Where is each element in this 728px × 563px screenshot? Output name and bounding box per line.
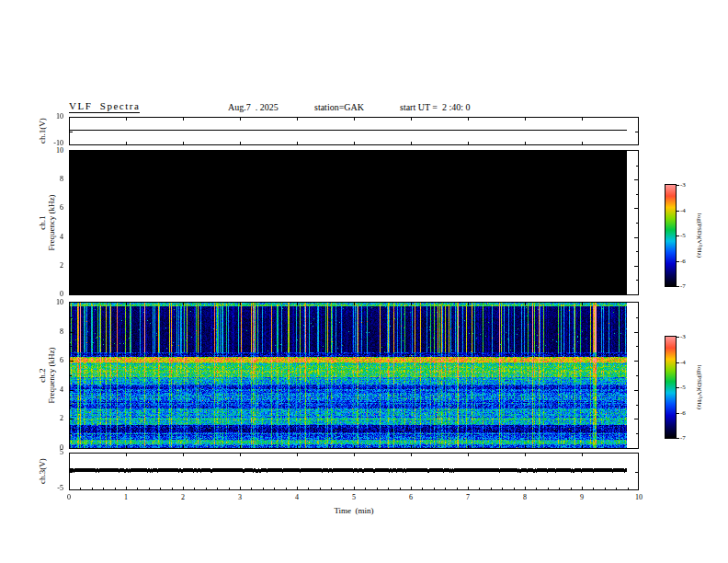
tick-label: 10 xyxy=(630,494,648,501)
tick-label: 6 xyxy=(45,357,63,364)
tick-mark xyxy=(377,488,378,489)
tick-label: -5 xyxy=(45,485,63,492)
tick-mark xyxy=(70,346,72,347)
tick-mark xyxy=(422,488,423,489)
tick-mark xyxy=(297,454,298,456)
tick-mark xyxy=(365,488,366,489)
tick-label: -4 xyxy=(680,208,686,214)
tick-mark xyxy=(457,488,458,489)
tick-mark xyxy=(677,362,679,363)
tick-mark xyxy=(70,194,72,195)
tick-mark xyxy=(571,488,572,489)
colorbar-2-gradient xyxy=(665,337,676,438)
tick-mark xyxy=(206,488,207,489)
ch1-spectrogram-canvas xyxy=(70,151,638,294)
tick-mark xyxy=(636,223,638,224)
tick-mark xyxy=(70,179,74,180)
tick-mark xyxy=(240,292,241,294)
tick-mark xyxy=(677,211,679,212)
tick-mark xyxy=(525,142,526,144)
tick-mark xyxy=(635,472,638,473)
tick-mark xyxy=(80,488,81,489)
tick-label: -10 xyxy=(45,140,63,147)
tick-mark xyxy=(628,488,629,489)
tick-label: 5 xyxy=(45,449,63,456)
tick-mark xyxy=(183,487,184,489)
tick-mark xyxy=(70,223,72,224)
tick-mark xyxy=(251,488,252,489)
tick-mark xyxy=(70,375,72,376)
x-axis-title: Time (min) xyxy=(69,507,639,515)
header-station: station=GAK xyxy=(314,102,364,112)
tick-mark xyxy=(286,488,287,489)
tick-mark xyxy=(274,488,275,489)
tick-mark xyxy=(240,142,241,144)
tick-mark xyxy=(70,280,72,281)
tick-mark xyxy=(354,303,355,305)
tick-mark xyxy=(525,454,526,456)
tick-mark xyxy=(634,237,638,238)
tick-label: 5 xyxy=(345,494,363,501)
ch2-spectrogram-canvas xyxy=(70,303,638,448)
tick-mark xyxy=(677,413,679,414)
tick-label: -6 xyxy=(680,410,686,417)
tick-mark xyxy=(677,438,679,439)
tick-mark xyxy=(297,487,298,489)
tick-mark xyxy=(297,445,298,448)
tick-mark xyxy=(411,292,412,294)
tick-mark xyxy=(468,487,469,489)
tick-mark xyxy=(525,303,526,305)
tick-mark xyxy=(70,390,74,391)
tick-mark xyxy=(677,185,679,186)
tick-mark xyxy=(468,142,469,144)
colorbar-2 xyxy=(665,336,677,439)
tick-mark xyxy=(183,142,184,144)
tick-label: 2 xyxy=(174,494,192,501)
tick-mark xyxy=(126,445,127,448)
tick-mark xyxy=(468,118,469,121)
tick-mark xyxy=(240,487,241,489)
tick-mark xyxy=(70,433,72,434)
tick-label: -3 xyxy=(680,182,686,189)
tick-mark xyxy=(634,179,638,180)
ch3-voltage-trace-canvas xyxy=(70,454,638,489)
tick-label: 0 xyxy=(45,291,63,298)
tick-mark xyxy=(320,488,321,489)
tick-mark xyxy=(468,303,469,305)
tick-label: -7 xyxy=(680,435,686,442)
tick-mark xyxy=(183,118,184,121)
tick-mark xyxy=(149,488,150,489)
tick-label: -5 xyxy=(680,385,686,391)
header-date: Aug.7 . 2025 xyxy=(228,102,279,112)
tick-mark xyxy=(137,488,138,489)
tick-mark xyxy=(536,488,537,489)
tick-mark xyxy=(634,390,638,391)
tick-label: -6 xyxy=(680,259,686,265)
tick-mark xyxy=(677,387,679,388)
tick-mark xyxy=(411,487,412,489)
tick-mark xyxy=(582,151,583,154)
tick-mark xyxy=(634,266,638,267)
tick-mark xyxy=(548,488,549,489)
tick-mark xyxy=(354,118,355,121)
tick-mark xyxy=(411,445,412,448)
tick-mark xyxy=(400,488,401,489)
tick-mark xyxy=(468,292,469,294)
tick-label: 1 xyxy=(117,494,135,501)
tick-mark xyxy=(70,208,74,209)
tick-mark xyxy=(70,266,74,267)
tick-mark xyxy=(468,445,469,448)
tick-label: 8 xyxy=(45,176,63,183)
spec2-frequency-label: Frequency (kHz) xyxy=(47,347,56,403)
tick-label: -4 xyxy=(680,360,686,366)
tick-mark xyxy=(582,118,583,121)
tick-mark xyxy=(525,445,526,448)
tick-mark xyxy=(70,251,72,252)
tick-mark xyxy=(354,292,355,294)
tick-mark xyxy=(636,433,638,434)
tick-mark xyxy=(411,303,412,305)
tick-mark xyxy=(126,292,127,294)
tick-mark xyxy=(354,487,355,489)
tick-label: 10 xyxy=(45,299,63,306)
tick-mark xyxy=(593,488,594,489)
